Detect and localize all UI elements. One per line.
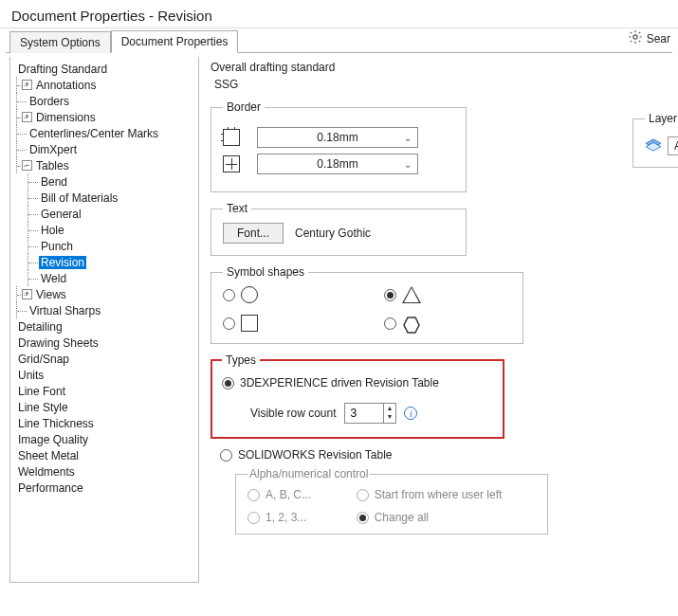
radio-icon [357,489,369,501]
tab-system-options[interactable]: System Options [9,31,111,53]
tree-virtual-sharps[interactable]: Virtual Sharps [14,302,196,318]
layer-icon [645,138,662,154]
text-group: Text Font... Century Gothic [211,202,467,256]
radio-icon [384,317,396,330]
radio-icon [247,512,260,524]
info-icon[interactable]: i [404,407,417,420]
tree-annotations[interactable]: +Annotations [14,77,196,93]
overall-standard-value: SSG [214,78,663,91]
category-tree: Drafting Standard +Annotations Borders +… [9,57,199,583]
outer-border-select[interactable]: 0.18mm ⌄ [257,127,418,148]
hexagon-icon [402,316,419,331]
symbol-shapes-group: Symbol shapes [211,265,523,344]
alpha-123-option: 1, 2, 3... [247,511,338,524]
border-legend: Border [223,100,265,114]
tree-punch[interactable]: Punch [14,238,196,254]
tree-views[interactable]: +Views [14,286,196,302]
radio-icon [384,289,396,301]
alpha-abc-option: A, B, C... [247,488,338,501]
tree-detailing[interactable]: Detailing [14,318,196,335]
border-group: Border 0.18mm ⌄ 0.18mm ⌄ [211,100,467,192]
type-solidworks-option[interactable]: SOLIDWORKS Revision Table [220,448,663,462]
symbol-triangle-option[interactable] [384,286,507,303]
svg-marker-1 [404,317,419,333]
font-name: Century Gothic [295,226,371,240]
tree-bend[interactable]: Bend [14,173,196,190]
tree-line-style[interactable]: Line Style [14,399,196,415]
symbol-shapes-legend: Symbol shapes [223,265,308,279]
tree-image-quality[interactable]: Image Quality [14,431,196,447]
layer-legend: Layer [645,112,678,125]
font-button[interactable]: Font... [223,223,284,244]
tree-tables[interactable]: −Tables [14,157,196,173]
tree-units[interactable]: Units [14,367,196,383]
tree-general[interactable]: General [14,206,196,222]
radio-icon [223,317,235,330]
symbol-circle-option[interactable] [223,286,346,303]
radio-icon [222,377,234,390]
layer-select-button[interactable]: ANN [668,136,678,155]
radio-icon [223,289,235,301]
window-title: Document Properties - Revision [0,0,678,27]
text-legend: Text [223,202,251,215]
type-3dx-option[interactable]: 3DEXPERIENCE driven Revision Table [222,376,493,390]
change-all-option: Change all [357,511,536,524]
tree-bom[interactable]: Bill of Materials [14,190,196,206]
tree-centerlines[interactable]: Centerlines/Center Marks [14,125,196,141]
tree-weldments[interactable]: Weldments [14,463,196,480]
tree-line-thickness[interactable]: Line Thickness [14,415,196,431]
overall-standard-label: Overall drafting standard [211,61,663,74]
visible-row-input[interactable] [345,404,383,423]
spin-up-icon[interactable]: ▲ [384,404,396,412]
radio-icon [247,489,260,501]
start-from-option: Start from where user left [357,488,536,501]
circle-icon [241,286,258,303]
tree-line-font[interactable]: Line Font [14,383,196,399]
chevron-down-icon: ⌄ [404,159,412,170]
spin-down-icon[interactable]: ▼ [384,412,396,421]
tree-grid-snap[interactable]: Grid/Snap [14,351,196,367]
tree-borders[interactable]: Borders [14,93,196,109]
tree-revision[interactable]: Revision [14,254,196,270]
alpha-control-group: Alpha/numerical control A, B, C... Start… [235,467,548,534]
radio-icon [357,512,369,524]
square-icon [241,315,258,332]
tree-weld[interactable]: Weld [14,270,196,286]
tree-hole[interactable]: Hole [14,222,196,238]
alpha-legend: Alpha/numerical control [247,467,370,480]
tree-drafting-standard[interactable]: Drafting Standard [14,61,196,77]
outer-border-icon [223,129,240,146]
symbol-square-option[interactable] [223,315,346,332]
tree-dimensions[interactable]: +Dimensions [14,109,196,125]
tree-drawing-sheets[interactable]: Drawing Sheets [14,335,196,351]
symbol-hexagon-option[interactable] [384,315,507,332]
chevron-down-icon: ⌄ [404,133,412,143]
types-group: Types 3DEXPERIENCE driven Revision Table… [211,359,504,439]
triangle-icon [402,286,421,303]
radio-icon [220,449,232,462]
types-legend: Types [222,353,260,367]
tree-dimxpert[interactable]: DimXpert [14,141,196,157]
tree-performance[interactable]: Performance [14,480,196,496]
visible-row-spinner[interactable]: ▲ ▼ [344,403,397,424]
inner-border-select[interactable]: 0.18mm ⌄ [257,154,418,174]
tree-sheet-metal[interactable]: Sheet Metal [14,447,196,463]
tab-document-properties[interactable]: Document Properties [111,30,239,53]
layer-group: Layer ANN [632,112,678,168]
visible-row-label: Visible row count [250,407,337,420]
inner-border-icon [223,155,240,172]
